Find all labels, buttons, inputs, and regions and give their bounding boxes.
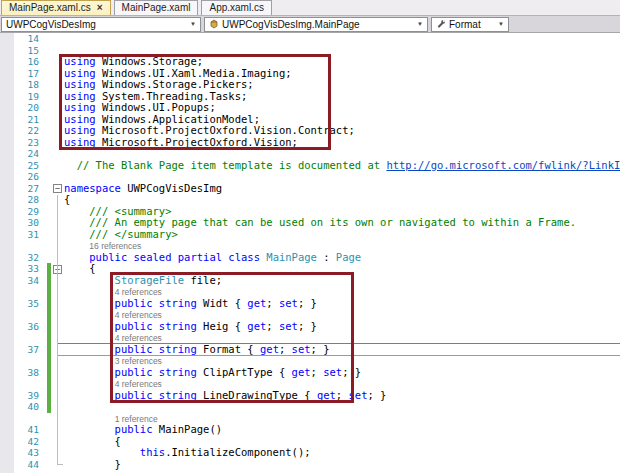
outline-guide-corner [57,464,63,465]
current-line-highlight [58,343,620,356]
code-line[interactable]: 39 public string LineDrawingType { get; … [0,390,620,402]
code-line[interactable]: 33 { [0,263,620,275]
line-number [14,332,44,344]
line-number: 32 [14,252,44,264]
line-number: 30 [14,217,44,229]
codelens-text: 1 reference [64,413,620,425]
code-line[interactable]: 25 // The Blank Page item template is do… [0,160,620,172]
project-dropdown[interactable]: UWPCogVisDesImg ▼ [1,17,201,32]
codelens-row[interactable]: 3 references [0,355,620,367]
code-rows: 141516using Windows.Storage;17using Wind… [0,33,620,470]
line-number: 43 [14,447,44,459]
code-text: using Windows.Storage.Pickers; [64,79,620,91]
line-number: 38 [14,367,44,379]
navigation-bar: UWPCogVisDesImg ▼ UWPCogVisDesImg.MainPa… [0,16,620,33]
code-text: { [64,263,620,275]
line-number [14,286,44,298]
code-text: /// <summary> [64,206,620,218]
code-line[interactable]: 41 public MainPage() [0,424,620,436]
line-number: 20 [14,102,44,114]
code-text: // The Blank Page item template is docum… [64,160,620,172]
code-line[interactable]: 26 [0,171,620,183]
class-dropdown[interactable]: UWPCogVisDesImg.MainPage ▼ [204,17,428,32]
line-number: 40 [14,401,44,413]
tab-bar: MainPage.xaml.cs × MainPage.xaml App.xam… [0,0,620,16]
line-number: 23 [14,137,44,149]
line-number: 35 [14,298,44,310]
code-line[interactable]: 16using Windows.Storage; [0,56,620,68]
code-text: public string ClipArtType { get; set; } [64,367,620,379]
code-line[interactable]: 27namespace UWPCogVisDesImg [0,183,620,195]
code-line[interactable]: 42 { [0,436,620,448]
code-line[interactable]: 21using Windows.ApplicationModel; [0,114,620,126]
code-line[interactable]: 22using Microsoft.ProjectOxford.Vision.C… [0,125,620,137]
collapse-minus-icon[interactable]: − [53,184,62,193]
chevron-down-icon[interactable]: ▼ [188,21,198,27]
codelens-row[interactable]: 4 references [0,309,620,321]
line-number: 19 [14,91,44,103]
chevron-down-icon[interactable]: ▼ [415,21,425,27]
code-text: { [64,194,620,206]
code-line[interactable]: 14 [0,33,620,45]
tab-mainpage-xaml[interactable]: MainPage.xaml [114,0,199,15]
code-line[interactable]: 15 [0,45,620,57]
line-number: 22 [14,125,44,137]
code-text [64,401,620,413]
code-editor[interactable]: 141516using Windows.Storage;17using Wind… [0,33,620,473]
codelens-row[interactable]: 4 references [0,332,620,344]
codelens-row[interactable]: 4 references [0,378,620,390]
member-dropdown[interactable]: Format ▼ [431,17,509,32]
code-text: { [64,436,620,448]
tab-app-xaml-cs[interactable]: App.xaml.cs [201,0,271,15]
chevron-down-icon[interactable]: ▼ [496,21,506,27]
code-text: this.InitializeComponent(); [64,447,620,459]
line-number: 36 [14,321,44,333]
code-line[interactable]: 43 this.InitializeComponent(); [0,447,620,459]
line-number: 44 [14,459,44,471]
codelens-row[interactable]: 16 references [0,240,620,252]
code-line[interactable]: 24 [0,148,620,160]
code-line[interactable]: 38 public string ClipArtType { get; set;… [0,367,620,379]
codelens-row[interactable]: 1 reference [0,413,620,425]
code-line[interactable]: 19using System.Threading.Tasks; [0,91,620,103]
line-number: 14 [14,33,44,45]
code-text: } [64,459,620,471]
code-line[interactable]: 35 public string Widt { get; set; } [0,298,620,310]
code-line[interactable]: 20using Windows.UI.Popups; [0,102,620,114]
code-text: using Microsoft.ProjectOxford.Vision.Con… [64,125,620,137]
code-line[interactable]: 40 [0,401,620,413]
code-line[interactable]: 29 /// <summary> [0,206,620,218]
code-line[interactable]: 34 StorageFile file; [0,275,620,287]
member-dropdown-value: Format [449,19,481,30]
codelens-row[interactable]: 4 references [0,286,620,298]
property-wrench-icon [436,19,446,29]
codelens-text: 4 references [64,286,620,298]
line-number: 25 [14,160,44,172]
code-line[interactable]: 30 /// An empty page that can be used on… [0,217,620,229]
code-text: public sealed partial class MainPage : P… [64,252,620,264]
tab-mainpage-xaml-cs[interactable]: MainPage.xaml.cs × [1,0,111,15]
line-number: 17 [14,68,44,80]
code-text: using Windows.ApplicationModel; [64,114,620,126]
code-text: /// </summary> [64,229,620,241]
code-line[interactable]: 18using Windows.Storage.Pickers; [0,79,620,91]
tab-label: App.xaml.cs [209,1,263,15]
line-number [14,355,44,367]
code-line[interactable]: 17using Windows.UI.Xaml.Media.Imaging; [0,68,620,80]
code-text [64,148,620,160]
tab-label: MainPage.xaml.cs [9,1,91,15]
code-line[interactable]: 44 } [0,459,620,471]
codelens-text: 3 references [64,355,620,367]
code-line[interactable]: 36 public string Heig { get; set; } [0,321,620,333]
class-icon [209,19,219,29]
code-line[interactable]: 32 public sealed partial class MainPage … [0,252,620,264]
code-line[interactable]: 31 /// </summary> [0,229,620,241]
line-number: 28 [14,194,44,206]
line-number: 21 [14,114,44,126]
close-icon[interactable]: × [97,3,103,13]
code-line[interactable]: 23using Microsoft.ProjectOxford.Vision; [0,137,620,149]
code-text [64,171,620,183]
line-number: 41 [14,424,44,436]
code-text: public string Heig { get; set; } [64,321,620,333]
code-line[interactable]: 28{ [0,194,620,206]
